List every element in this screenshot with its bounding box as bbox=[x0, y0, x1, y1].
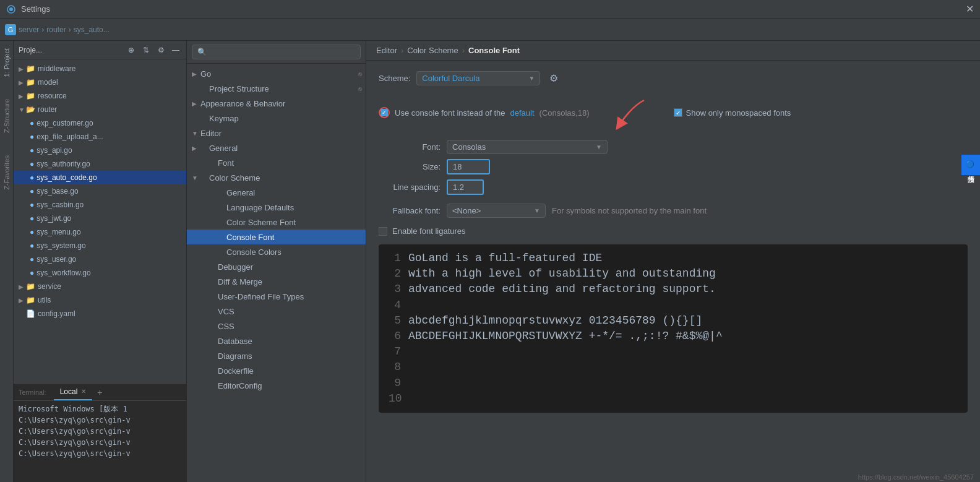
stree-item-general[interactable]: ▶ General bbox=[187, 140, 366, 155]
font-dropdown[interactable]: Consolas ▼ bbox=[447, 140, 608, 154]
tree-item-exp-file-upload[interactable]: ● exp_file_upload_a... bbox=[14, 130, 186, 144]
terminal-body: Microsoft Windows [版本 1 C:\Users\zyq\go\… bbox=[14, 401, 186, 482]
font-value: Consolas bbox=[452, 142, 592, 152]
tree-item-sys-jwt[interactable]: ● sys_jwt.go bbox=[14, 212, 186, 225]
close-button[interactable]: ✕ bbox=[966, 3, 974, 15]
tree-item-sys-workflow[interactable]: ● sys_workflow.go bbox=[14, 266, 186, 280]
scheme-dropdown-arrow: ▼ bbox=[528, 75, 535, 82]
size-input[interactable] bbox=[447, 159, 490, 174]
terminal-tab-local[interactable]: Local ✕ bbox=[54, 384, 93, 400]
size-row: Size: bbox=[379, 159, 968, 174]
scheme-dropdown[interactable]: Colorful Darcula ▼ bbox=[416, 71, 540, 85]
bc-file[interactable]: sys_auto... bbox=[74, 25, 110, 34]
stree-item-user-defined[interactable]: User-Defined File Types bbox=[187, 289, 366, 304]
tree-item-sys-menu[interactable]: ● sys_menu.go bbox=[14, 225, 186, 239]
stree-item-go[interactable]: ▶ Go ⎋ bbox=[187, 66, 366, 81]
tree-item-sys-base[interactable]: ● sys_base.go bbox=[14, 184, 186, 198]
bottom-url: https://blog.csdn.net/weixin_45604257 bbox=[858, 473, 974, 481]
title-bar-title: Settings bbox=[21, 4, 50, 14]
sidebar-scroll-btn[interactable]: ⇅ bbox=[140, 45, 152, 56]
fallback-dropdown-arrow: ▼ bbox=[534, 207, 540, 214]
font-settings-grid: Font: Consolas ▼ Size: Line spacing: bbox=[379, 140, 968, 195]
ide-breadcrumb-bar: G server › router › sys_auto... bbox=[0, 19, 980, 41]
preview-line: 9 bbox=[389, 376, 958, 391]
left-tab-structure[interactable]: Z-Structure bbox=[2, 94, 12, 138]
ligatures-label: Enable font ligatures bbox=[392, 226, 466, 236]
console-font-toggle-row: ✓ Use console font instead of the defaul… bbox=[379, 94, 968, 131]
terminal-line-2: C:\Users\zyq\go\src\gin-v bbox=[19, 415, 181, 426]
settings-search-area bbox=[187, 41, 366, 64]
sidebar-minimize-btn[interactable]: — bbox=[170, 45, 181, 56]
title-bar: Settings ✕ bbox=[0, 0, 980, 19]
sidebar-add-btn[interactable]: ⊕ bbox=[126, 45, 137, 56]
stree-item-cs-general[interactable]: General bbox=[187, 185, 366, 200]
stree-item-appearance[interactable]: ▶ Appearance & Behavior bbox=[187, 96, 366, 111]
terminal-tabs: Terminal: Local ✕ + bbox=[14, 384, 186, 401]
stree-item-diff-merge[interactable]: Diff & Merge bbox=[187, 274, 366, 289]
tree-item-resource[interactable]: ▶ 📁 resource bbox=[14, 89, 186, 103]
stree-item-cs-font[interactable]: Color Scheme Font bbox=[187, 215, 366, 230]
font-row: Font: Consolas ▼ bbox=[379, 140, 968, 154]
show-mono-label: Show only monospaced fonts bbox=[686, 108, 791, 118]
tree-item-middleware[interactable]: ▶ 📁 middleware bbox=[14, 62, 186, 75]
tree-item-service[interactable]: ▶ 📁 service bbox=[14, 280, 186, 293]
bc-color-scheme[interactable]: Color Scheme bbox=[407, 46, 458, 55]
console-font-checkbox[interactable]: ✓ bbox=[380, 109, 388, 116]
tree-item-sys-system[interactable]: ● sys_system.go bbox=[14, 239, 186, 252]
tree-item-config-yaml[interactable]: 📄 config.yaml bbox=[14, 307, 186, 321]
scheme-label: Scheme: bbox=[379, 74, 410, 83]
ad-banner[interactable]: 🔵 拓接上传 bbox=[961, 155, 980, 175]
stree-item-console-colors[interactable]: Console Colors bbox=[187, 244, 366, 259]
terminal-tab-close[interactable]: ✕ bbox=[81, 388, 86, 395]
terminal-panel: Terminal: Local ✕ + Microsoft Windows [版… bbox=[14, 383, 186, 482]
line-spacing-input[interactable] bbox=[447, 179, 484, 195]
console-font-text: Use console font instead of the bbox=[395, 108, 505, 118]
svg-point-0 bbox=[9, 7, 13, 11]
stree-item-font[interactable]: Font bbox=[187, 155, 366, 170]
console-font-checkbox-circle: ✓ bbox=[379, 107, 390, 118]
stree-item-dockerfile[interactable]: Dockerfile bbox=[187, 363, 366, 378]
preview-line: 8 bbox=[389, 359, 958, 375]
terminal-label: Terminal: bbox=[19, 389, 46, 396]
tree-item-sys-user[interactable]: ● sys_user.go bbox=[14, 252, 186, 266]
sidebar-settings-btn[interactable]: ⚙ bbox=[155, 45, 166, 56]
stree-item-color-scheme[interactable]: ▼ Color Scheme bbox=[187, 170, 366, 185]
preview-area: 1GoLand is a full-featured IDE2with a hi… bbox=[379, 244, 968, 413]
stree-item-editorconfig[interactable]: EditorConfig bbox=[187, 378, 366, 393]
stree-item-language-defaults[interactable]: Language Defaults bbox=[187, 200, 366, 215]
stree-item-project-structure[interactable]: Project Structure ⎋ bbox=[187, 81, 366, 96]
console-font-link[interactable]: default bbox=[510, 108, 535, 118]
preview-line: 6ABCDEFGHIJKLMNOPQRSTUVWXYZ +-*/= .,;:!?… bbox=[389, 329, 958, 344]
tree-item-exp-customer[interactable]: ● exp_customer.go bbox=[14, 116, 186, 130]
scheme-gear-button[interactable]: ⚙ bbox=[546, 71, 561, 85]
line-spacing-row: Line spacing: bbox=[379, 179, 968, 195]
tree-item-sys-authority[interactable]: ● sys_authority.go bbox=[14, 157, 186, 171]
left-tab-favorites[interactable]: Z-Favorites bbox=[2, 150, 12, 195]
settings-search-input[interactable] bbox=[192, 45, 361, 59]
left-vertical-tabs: 1: Project Z-Structure Z-Favorites bbox=[0, 41, 14, 482]
fallback-dropdown[interactable]: <None> ▼ bbox=[447, 204, 546, 218]
stree-item-database[interactable]: Database bbox=[187, 334, 366, 348]
stree-item-css[interactable]: CSS bbox=[187, 319, 366, 334]
stree-item-console-font[interactable]: Console Font bbox=[187, 230, 366, 244]
ligatures-checkbox[interactable] bbox=[379, 227, 387, 236]
annotation-arrow-1 bbox=[607, 94, 656, 131]
stree-item-debugger[interactable]: Debugger bbox=[187, 259, 366, 274]
stree-item-editor[interactable]: ▼ Editor bbox=[187, 126, 366, 140]
tree-item-model[interactable]: ▶ 📁 model bbox=[14, 75, 186, 89]
left-tab-project[interactable]: 1: Project bbox=[2, 43, 12, 82]
stree-item-keymap[interactable]: Keymap bbox=[187, 111, 366, 126]
stree-item-vcs[interactable]: VCS bbox=[187, 304, 366, 319]
tree-item-sys-casbin[interactable]: ● sys_casbin.go bbox=[14, 198, 186, 212]
terminal-line-3: C:\Users\zyq\go\src\gin-v bbox=[19, 426, 181, 437]
terminal-add-tab[interactable]: + bbox=[95, 387, 105, 397]
bc-editor[interactable]: Editor bbox=[376, 46, 397, 55]
bc-server[interactable]: server bbox=[19, 25, 39, 34]
bc-router[interactable]: router bbox=[46, 25, 66, 34]
tree-item-sys-auto-code[interactable]: ● sys_auto_code.go bbox=[14, 171, 186, 184]
stree-item-diagrams[interactable]: Diagrams bbox=[187, 348, 366, 363]
tree-item-sys-api[interactable]: ● sys_api.go bbox=[14, 144, 186, 157]
tree-item-router[interactable]: ▼ 📂 router bbox=[14, 103, 186, 116]
tree-item-utils[interactable]: ▶ 📁 utils bbox=[14, 293, 186, 307]
show-mono-checkbox[interactable]: ✓ bbox=[674, 108, 682, 117]
